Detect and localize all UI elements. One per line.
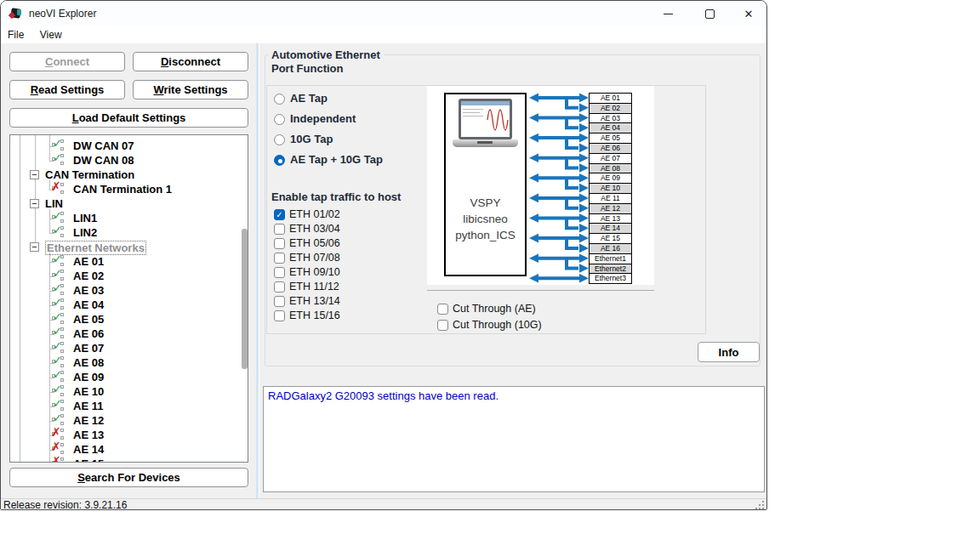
radio-ae-tap[interactable] — [274, 94, 285, 105]
tree-item-lin2[interactable]: ✓LIN2 — [10, 225, 248, 240]
port-function-label: Port Function — [271, 62, 344, 75]
radio-independent[interactable] — [274, 114, 285, 125]
radio-label-ae-tap-10g-tap: AE Tap + 10G Tap — [290, 153, 383, 167]
tree-item-label: LIN1 — [73, 211, 97, 225]
radio-ae-tap-10g-tap[interactable] — [274, 155, 285, 166]
tree-item-ae-01[interactable]: ✓AE 01 — [10, 254, 248, 269]
checkbox-eth-01-02[interactable]: ✓ — [274, 209, 285, 220]
disconnect-button[interactable]: Disconnect — [133, 52, 248, 71]
load-default-settings-button[interactable]: Load Default Settings — [9, 108, 248, 128]
checkbox-label-eth-09-10: ETH 09/10 — [289, 265, 340, 279]
tree-item-ae-08[interactable]: ✓AE 08 — [10, 355, 248, 370]
tree-item-label: DW CAN 07 — [73, 139, 134, 153]
search-for-devices-button[interactable]: Search For Devices — [9, 468, 248, 487]
collapse-icon[interactable] — [30, 170, 39, 179]
checkbox-label-eth-03-04: ETH 03/04 — [289, 222, 340, 236]
checkbox-cut-through-10g[interactable]: ✓ — [437, 320, 448, 331]
write-settings-button[interactable]: Write Settings — [133, 80, 248, 99]
tree-item-ae-10[interactable]: ✓AE 10 — [10, 384, 248, 399]
tree-item-label: AE 12 — [73, 413, 104, 428]
radio-10g-tap[interactable] — [274, 134, 285, 145]
enabled-check-icon: ✓ — [52, 255, 66, 268]
checkbox-eth-03-04[interactable]: ✓ — [274, 224, 285, 235]
tree-item-label: AE 03 — [73, 283, 104, 298]
enabled-check-icon: ✓ — [52, 270, 66, 282]
message-text: RADGalaxy2 G20093 settings have been rea… — [264, 387, 764, 405]
tree-item-dw-can-08[interactable]: ✓DW CAN 08 — [10, 153, 248, 168]
tree-item-ae-12[interactable]: ✓AE 12 — [10, 413, 248, 428]
tree-item-ae-11[interactable]: ✓AE 11 — [10, 399, 248, 413]
tree-item-label: AE 02 — [73, 269, 104, 283]
checkbox-eth-15-16[interactable]: ✓ — [274, 310, 285, 321]
checkbox-eth-13-14[interactable]: ✓ — [274, 296, 285, 307]
connect-button[interactable]: Connect — [9, 52, 125, 71]
checkbox-cut-through-ae[interactable]: ✓ — [437, 304, 448, 315]
enabled-check-icon: ✓ — [52, 327, 66, 340]
tree-item-ae-05[interactable]: ✓AE 05 — [10, 312, 248, 327]
tree-item-label: AE 01 — [73, 254, 104, 269]
titlebar[interactable]: neoVI Explorer ✕ — [1, 1, 766, 26]
enabled-check-icon: ✓ — [52, 313, 66, 326]
tree-item-label: AE 07 — [73, 341, 104, 355]
enabled-check-icon: ✓ — [52, 298, 66, 311]
close-icon: ✕ — [744, 9, 754, 20]
tree-item-can-termination[interactable]: CAN Termination — [10, 168, 248, 182]
collapse-icon[interactable] — [30, 242, 39, 252]
tree-item-ae-03[interactable]: ✓AE 03 — [10, 283, 248, 298]
tree-item-ae-02[interactable]: ✓AE 02 — [10, 269, 248, 283]
enabled-check-icon: ✓ — [52, 226, 66, 239]
tree-item-ae-15[interactable]: ✗AE 15 — [10, 457, 248, 463]
minimize-button[interactable] — [648, 1, 687, 26]
enabled-check-icon: ✓ — [52, 212, 66, 224]
tree-scrollbar-thumb[interactable] — [242, 229, 248, 369]
neovi-app-icon — [9, 7, 23, 20]
enabled-check-icon: ✓ — [52, 385, 66, 398]
radio-label-ae-tap: AE Tap — [290, 92, 328, 105]
tree-item-ae-09[interactable]: ✓AE 09 — [10, 370, 248, 384]
checkbox-eth-07-08[interactable]: ✓ — [274, 253, 285, 264]
tree-item-label: AE 08 — [73, 355, 104, 370]
menu-file[interactable]: File — [2, 26, 30, 43]
resize-grip-icon[interactable] — [755, 501, 764, 509]
tree-item-lin[interactable]: LIN — [10, 196, 248, 211]
checkbox-label-eth-07-08: ETH 07/08 — [289, 251, 340, 264]
tree-item-ae-14[interactable]: ✗AE 14 — [10, 442, 248, 457]
tree-item-dw-can-07[interactable]: ✓DW CAN 07 — [10, 139, 248, 153]
checkbox-eth-05-06[interactable]: ✓ — [274, 238, 285, 249]
tree-item-label: LIN2 — [73, 225, 97, 240]
radio-label-10g-tap: 10G Tap — [290, 133, 333, 146]
tree-item-lin1[interactable]: ✓LIN1 — [10, 211, 248, 225]
tree-item-label: AE 09 — [73, 370, 104, 384]
collapse-icon[interactable] — [30, 199, 39, 208]
read-settings-button[interactable]: Read Settings — [9, 80, 125, 99]
checkbox-label-eth-13-14: ETH 13/14 — [289, 294, 340, 308]
checkbox-eth-11-12[interactable]: ✓ — [274, 281, 285, 293]
diagram-separator — [427, 290, 654, 291]
tree-item-ae-06[interactable]: ✓AE 06 — [10, 327, 248, 341]
tree-item-can-termination-1[interactable]: ✗CAN Termination 1 — [10, 182, 248, 196]
checkbox-label-cut-through-10g: Cut Through (10G) — [453, 318, 542, 332]
tree-item-ethernet-networks[interactable]: Ethernet Networks — [10, 240, 248, 254]
disabled-cross-icon: ✗ — [52, 457, 66, 463]
menu-view[interactable]: View — [34, 26, 68, 43]
enable-tap-label: Enable tap traffic to host — [271, 190, 401, 203]
tree-item-ae-13[interactable]: ✗AE 13 — [10, 428, 248, 442]
tree-item-ae-07[interactable]: ✓AE 07 — [10, 341, 248, 355]
enabled-check-icon: ✓ — [52, 139, 66, 152]
minimize-icon — [664, 14, 673, 14]
disabled-cross-icon: ✗ — [52, 183, 66, 196]
info-button[interactable]: Info — [698, 342, 760, 362]
close-button[interactable]: ✕ — [729, 1, 767, 26]
checkbox-eth-09-10[interactable]: ✓ — [274, 267, 285, 278]
tree-item-ae-04[interactable]: ✓AE 04 — [10, 298, 248, 312]
tree-item-label: AE 14 — [73, 442, 104, 457]
maximize-button[interactable] — [690, 1, 729, 26]
maximize-icon — [705, 9, 715, 19]
panel-splitter[interactable] — [256, 43, 259, 498]
tree-item-label: DW CAN 08 — [73, 153, 134, 168]
status-bar: Release revision: 3.9.21.16 — [1, 498, 766, 510]
enabled-check-icon: ✓ — [52, 284, 66, 297]
tree-item-label: CAN Termination 1 — [73, 182, 172, 196]
window-title: neoVI Explorer — [29, 1, 96, 26]
enabled-check-icon: ✓ — [52, 400, 66, 412]
